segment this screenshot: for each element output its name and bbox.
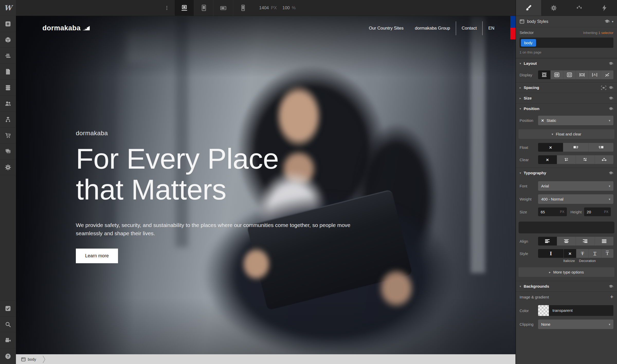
caret-down-icon: ▾ [520,285,521,288]
search-button[interactable] [0,316,16,332]
phone-landscape-preview-button[interactable] [213,0,233,16]
selector-input[interactable]: body [520,38,613,48]
components-button[interactable] [0,32,16,48]
italic-button[interactable]: I [538,249,564,258]
align-center-button[interactable] [557,237,576,245]
float-none-button[interactable]: × [538,143,563,152]
learn-cap-icon[interactable] [609,171,613,175]
float-clear-toggle[interactable]: ▾ Float and clear [519,129,614,139]
decoration-none-button[interactable]: × [564,249,576,258]
x-icon: × [541,118,544,123]
interactions-tab[interactable] [567,0,592,16]
font-select[interactable]: Arial ▾ [538,181,613,191]
tablet-preview-button[interactable] [194,0,213,16]
learn-cap-icon[interactable] [609,62,613,66]
decoration-overline-button[interactable]: T [601,249,613,258]
site-settings-button[interactable] [0,159,16,175]
add-elements-button[interactable] [0,16,16,32]
decoration-strikethrough-button[interactable]: T [576,249,588,258]
question-icon: ? [5,353,11,360]
kebab-menu-icon[interactable] [159,0,174,16]
display-none-button[interactable] [601,70,613,79]
actions-tab[interactable] [592,0,617,16]
learn-more-button[interactable]: Learn more [76,249,118,263]
inheriting-note[interactable]: Inheriting 1 selector [583,31,613,35]
settings-tab[interactable] [541,0,566,16]
spacing-box-icon[interactable] [601,86,606,90]
line-height-label: Height [570,210,582,214]
text-color-field[interactable] [519,222,614,233]
style-tab[interactable] [516,0,541,16]
display-grid-button[interactable] [563,70,576,79]
chevron-down-icon: ▾ [609,184,610,188]
breadcrumb-body[interactable]: body [21,356,46,363]
ecommerce-button[interactable] [0,128,16,143]
section-position[interactable]: ▾ Position [516,103,617,114]
nav-link-group[interactable]: dormakaba Group [409,26,456,31]
learn-cap-icon[interactable] [609,96,613,100]
display-block-button[interactable] [538,70,550,79]
style-brush-icon [525,4,532,11]
add-background-button[interactable]: + [610,294,613,300]
background-color-input[interactable]: transparent [538,305,613,316]
learn-cap-icon[interactable] [604,19,610,24]
hero-content: dormakaba For Every Place that Matters W… [76,130,360,263]
section-size[interactable]: ▸ Size [516,93,617,103]
brand-ribbon-red [510,28,515,39]
clear-left-button[interactable] [557,155,576,164]
display-inline-block-button[interactable] [576,70,588,79]
float-left-button[interactable] [563,143,588,152]
clipping-select[interactable]: None ▾ [538,320,613,329]
logic-button[interactable] [0,112,16,128]
help-button[interactable]: ? [0,348,16,364]
decoration-underline-button[interactable]: T [589,249,601,258]
align-right-button[interactable] [576,237,595,245]
font-size-input[interactable]: 65 PX [538,207,567,216]
display-flex-button[interactable] [551,70,563,79]
nav-link-contact[interactable]: Contact [456,26,483,31]
caret-right-icon: ▸ [549,270,551,274]
section-layout[interactable]: ▾ Layout [516,58,617,69]
clear-right-icon [582,158,588,162]
clear-both-button[interactable] [595,155,614,164]
transparent-swatch[interactable] [538,305,549,316]
learn-cap-icon[interactable] [609,86,613,90]
section-typography[interactable]: ▾ Typography [516,168,617,178]
webflow-logo[interactable]: W [0,0,16,16]
align-left-button[interactable] [538,237,557,245]
canvas-zoom-value[interactable]: 100 [283,5,290,11]
section-backgrounds[interactable]: ▾ Backgrounds [516,281,617,292]
navigator-button[interactable] [0,48,16,64]
design-canvas[interactable]: dormakaba Our Country Sites dormakaba Gr… [16,16,515,354]
phone-portrait-preview-button[interactable] [233,0,252,16]
selector-chip-body[interactable]: body [521,39,536,47]
actions-bolt-icon [602,5,607,11]
display-inline-button[interactable]: A [588,70,601,79]
line-height-input[interactable]: 20 PX [584,207,611,216]
clear-right-button[interactable] [576,155,595,164]
site-logo[interactable]: dormakaba [42,24,90,32]
float-right-button[interactable] [588,143,613,152]
learn-cap-icon[interactable] [609,107,613,111]
section-spacing[interactable]: ▸ Spacing [516,82,617,93]
audit-button[interactable] [0,300,16,316]
inheriting-count[interactable]: 1 selector [598,31,613,35]
video-tutorials-button[interactable] [0,332,16,348]
weight-select[interactable]: 400 - Normal ▾ [538,194,613,204]
align-justify-button[interactable] [595,237,614,245]
learn-cap-icon[interactable] [609,285,613,288]
desktop-preview-button[interactable] [174,0,194,16]
nav-language-selector[interactable]: EN [483,26,500,31]
caret-down-icon: ▾ [520,171,521,175]
users-button[interactable] [0,96,16,112]
cms-button[interactable] [0,80,16,96]
canvas-width-value[interactable]: 1404 [259,5,269,11]
pages-button[interactable] [0,64,16,80]
panel-menu-chevron-icon[interactable]: ▾ [612,20,613,23]
right-panel: body Styles ▾ Selector Inheriting 1 sele… [515,0,617,364]
clear-none-button[interactable]: × [538,155,557,164]
assets-button[interactable] [0,143,16,159]
more-type-options-button[interactable]: ▸ More type options [519,267,614,277]
nav-link-country-sites[interactable]: Our Country Sites [363,26,409,31]
position-select[interactable]: × Static ▾ [538,116,613,125]
